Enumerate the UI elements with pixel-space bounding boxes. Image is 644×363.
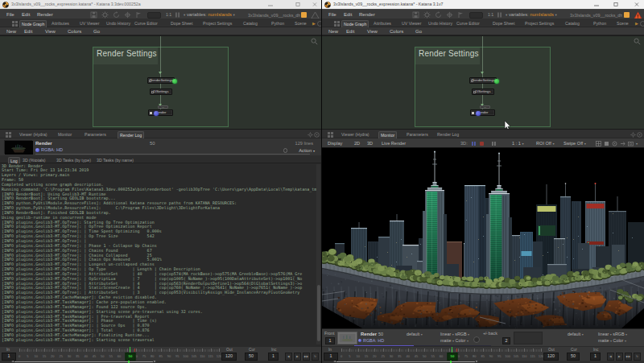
play-button[interactable]: ▶ <box>616 353 623 361</box>
front-buffer-thumbnail[interactable] <box>337 332 357 344</box>
colorspace-dropdown-back[interactable]: linear ▾ sRGB ▾ <box>598 332 627 336</box>
message-indicator[interactable] <box>469 12 483 19</box>
mode-2d-button[interactable]: 2D <box>354 141 360 146</box>
variable-value[interactable]: numIslands <box>530 12 554 17</box>
close-button[interactable] <box>309 0 320 9</box>
panel-tab[interactable]: Attributes <box>50 20 71 28</box>
node-rendersettings[interactable]: RenderSettings <box>469 77 497 84</box>
panel-tab[interactable]: Node Graph <box>19 20 47 28</box>
slider-right-arrow-icon[interactable] <box>476 361 478 362</box>
node-graph-canvas-left[interactable]: Render Settings RenderSettings DlSetting… <box>0 35 321 129</box>
save-icon[interactable] <box>90 11 97 19</box>
search-icon[interactable] <box>634 38 641 45</box>
node-graph-menu-item[interactable]: Go <box>93 29 100 34</box>
node-graph-menu-item[interactable]: View <box>45 29 56 34</box>
inc-field[interactable]: 1 <box>268 353 279 361</box>
maximize-button[interactable] <box>610 0 621 9</box>
matte-dropdown[interactable]: matte ▾ Color ▾ <box>440 338 469 343</box>
panel-tab[interactable]: Project Settings <box>523 20 555 28</box>
close-button[interactable] <box>631 0 642 9</box>
panel-tab[interactable]: Python <box>592 20 608 28</box>
menu-item[interactable]: Render <box>359 12 375 17</box>
panel-tab[interactable]: Dope Sheet <box>169 20 194 28</box>
tab-bar-menu-icon[interactable] <box>640 21 644 27</box>
slider-left-arrow-icon[interactable] <box>333 361 336 362</box>
pause-2d-icon[interactable] <box>491 141 497 146</box>
panel-tab[interactable]: Dope Sheet <box>491 20 516 28</box>
pause-icon[interactable] <box>174 11 181 19</box>
tab-grid-icon[interactable] <box>12 21 18 27</box>
edit-flag-dot[interactable] <box>154 111 159 116</box>
node-graph-menu-item[interactable]: New <box>6 29 16 34</box>
panel-tab[interactable]: UV Viewer <box>400 20 423 28</box>
panel-tab[interactable]: Project Settings <box>201 20 233 28</box>
solid-icon[interactable] <box>604 141 609 146</box>
sync-icon[interactable] <box>113 11 120 19</box>
node-render[interactable]: Render <box>148 109 173 116</box>
node-render[interactable]: Render <box>470 109 495 116</box>
view-flag-dot[interactable] <box>172 79 177 84</box>
maximize-button[interactable] <box>292 0 303 9</box>
menu-item[interactable]: Edit <box>344 12 352 17</box>
roi-dropdown[interactable]: ROI Off ▾ <box>536 141 555 146</box>
pane-options-icon[interactable] <box>637 132 642 138</box>
render-thumbnail[interactable] <box>4 140 32 154</box>
cur-field[interactable]: 50 <box>567 353 580 361</box>
panel-tab[interactable]: Attributes <box>372 20 393 28</box>
panel-tab[interactable]: Scene <box>615 20 630 28</box>
panel-tab[interactable]: UV Viewer <box>78 20 101 28</box>
panel-tab[interactable]: Scene <box>293 20 308 28</box>
titlebar-left[interactable]: 3x3Islands_v09__rocks_expression.katana*… <box>0 0 321 9</box>
loop-button[interactable]: ↻ <box>312 353 319 361</box>
panel-tab[interactable]: Undo History <box>105 20 132 28</box>
tab-grid-icon[interactable] <box>334 21 340 27</box>
message-indicator[interactable] <box>147 12 161 19</box>
swipe-dropdown[interactable]: Swipe Off ▾ <box>564 141 586 146</box>
cur-field[interactable]: 50 <box>245 353 258 361</box>
panel-tab[interactable]: Node Graph <box>341 20 369 28</box>
panel-tab[interactable]: Python <box>270 20 286 28</box>
matte-dropdown-back[interactable]: matte ▾ Color ▾ <box>598 338 626 343</box>
crosshair-icon[interactable] <box>446 11 453 19</box>
tab-overflow-arrow[interactable]: ▶ <box>635 21 638 26</box>
out-field[interactable]: 120 <box>543 353 559 361</box>
flip-icon[interactable] <box>620 141 625 146</box>
frame-ruler[interactable]: 0510152025303540455055606570758085909510… <box>19 347 219 361</box>
mode-3d-button[interactable]: 3D <box>367 141 373 146</box>
view-flag-dot[interactable] <box>494 79 499 84</box>
crosshair-icon[interactable] <box>124 11 131 19</box>
step-forward-button[interactable]: ▶▶ <box>625 353 632 361</box>
slider-right-arrow-icon[interactable] <box>154 361 156 362</box>
pixel-probe-icon[interactable] <box>612 141 617 146</box>
menu-item[interactable]: Edit <box>22 12 30 17</box>
menu-item[interactable]: File <box>328 12 336 17</box>
in-field[interactable]: 1 <box>324 353 338 361</box>
frame-ruler[interactable]: 0510152025303540455055606570758085909510… <box>341 347 541 361</box>
tab-grid-icon[interactable] <box>6 132 11 138</box>
render-log-area[interactable]: 3D Render: Render Start Time: Fri Dec 13… <box>0 163 321 346</box>
lut-dropdown-back[interactable]: default ▾ <box>568 332 584 336</box>
panel-tab[interactable]: Curve Editor <box>133 20 159 28</box>
node-dlsettings[interactable]: DlSettings <box>472 89 494 95</box>
edit-flag-dot[interactable] <box>476 111 481 116</box>
action-dropdown[interactable]: Action ▾ <box>299 148 315 153</box>
stop-3d-icon[interactable] <box>479 141 485 146</box>
node-graph-menu-item[interactable]: Colors <box>390 29 403 34</box>
save-icon[interactable] <box>412 11 419 19</box>
panel-tab[interactable]: Catalog <box>242 20 259 28</box>
current-frame-label[interactable]: 50 <box>448 353 458 361</box>
panel-tab[interactable]: Catalog <box>564 20 581 28</box>
back-buffer-thumbnail[interactable] <box>514 332 543 344</box>
current-frame-label[interactable]: 50 <box>126 353 136 361</box>
panel-tab[interactable]: Curve Editor <box>455 20 481 28</box>
node-rendersettings[interactable]: RenderSettings <box>147 77 175 84</box>
step-forward-button[interactable]: ▶▶ <box>303 353 310 361</box>
node-graph-canvas-right[interactable]: Render Settings RenderSettings DlSetting… <box>322 35 644 129</box>
step-back-button[interactable]: ◀ <box>607 353 614 361</box>
tab-grid-icon[interactable] <box>328 132 333 138</box>
flag-icon[interactable] <box>135 11 142 19</box>
variable-value[interactable]: numIslands <box>208 12 232 17</box>
pause-icon[interactable] <box>496 11 503 19</box>
live-render-button[interactable]: Live Render <box>382 141 406 146</box>
graph-state-variables[interactable]: ▾ variables: numIslands ▾ <box>506 12 557 17</box>
